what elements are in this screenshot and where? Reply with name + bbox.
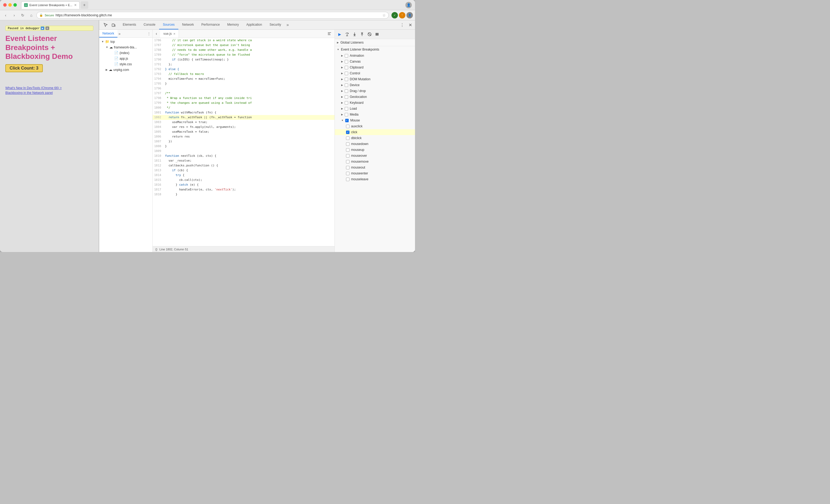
bp-category-drag-drop[interactable]: ▶ Drag / drop	[335, 88, 415, 94]
sidebar-tab-network[interactable]: Network	[99, 30, 117, 37]
refresh-button[interactable]: ↻	[19, 12, 26, 19]
profile-icon[interactable]: 👤	[407, 12, 413, 19]
bp-checkbox-load[interactable]	[345, 107, 348, 111]
inspect-element-icon[interactable]	[102, 21, 109, 29]
tab-security[interactable]: Security	[266, 20, 285, 29]
debugger-step-into-button[interactable]	[351, 31, 358, 37]
bp-item-mouseover[interactable]: mouseover	[335, 153, 415, 159]
bp-item-dblclick[interactable]: dblclick	[335, 135, 415, 141]
account-icon[interactable]: 👤	[405, 2, 412, 8]
bp-checkbox-mouseout[interactable]	[346, 166, 350, 169]
extension-icon-2[interactable]: !	[399, 12, 405, 19]
devtools-content: Network » ⋮ ▼ 📁	[99, 30, 415, 252]
tree-item-framework[interactable]: ▼ ☁ framework-bla...	[99, 44, 152, 50]
debugger-pause-async-button[interactable]	[374, 31, 380, 37]
event-breakpoints-header[interactable]: ▼ Event Listener Breakpoints	[335, 46, 415, 53]
new-tab-button[interactable]: +	[81, 1, 88, 9]
link-blackboxing[interactable]: Blackboxing in the Network panel	[5, 91, 93, 95]
sidebar-tab-more[interactable]: »	[119, 30, 121, 37]
minimize-button[interactable]	[8, 3, 12, 7]
tab-network[interactable]: Network	[178, 20, 198, 29]
tree-item-appjs[interactable]: 📄 app.js	[99, 56, 152, 61]
tree-item-top[interactable]: ▼ 📁 top	[99, 39, 152, 44]
bp-category-geolocation[interactable]: ▶ Geolocation	[335, 94, 415, 100]
bp-checkbox-mouseup[interactable]	[346, 148, 350, 152]
bp-category-device[interactable]: ▶ Device	[335, 82, 415, 88]
bp-checkbox-drag-drop[interactable]	[345, 89, 348, 93]
debugger-resume-button[interactable]: ▶	[337, 31, 343, 37]
bp-checkbox-dom-mutation[interactable]	[345, 77, 348, 81]
code-area[interactable]: 1786 // it can get stuck in a weird stat…	[153, 38, 334, 246]
bp-category-clipboard[interactable]: ▶ Clipboard	[335, 64, 415, 70]
debugger-deactivate-button[interactable]	[366, 31, 373, 37]
bp-category-canvas[interactable]: ▶ Canvas	[335, 59, 415, 64]
bp-checkbox-mousedown[interactable]	[346, 142, 350, 146]
bp-checkbox-geolocation[interactable]	[345, 95, 348, 99]
tab-application[interactable]: Application	[243, 20, 266, 29]
bp-category-dom-mutation[interactable]: ▶ DOM Mutation	[335, 76, 415, 82]
editor-tab-vuejs[interactable]: vue.js ✕	[160, 30, 179, 38]
bp-category-mouse[interactable]: ▼ ✓ Mouse	[335, 118, 415, 123]
bp-checkbox-keyboard[interactable]	[345, 101, 348, 104]
bp-category-animation[interactable]: ▶ Animation	[335, 53, 415, 59]
bp-checkbox-mouseover[interactable]	[346, 154, 350, 158]
home-button[interactable]: ⌂	[28, 12, 35, 19]
extension-icon-1[interactable]: ✓	[391, 12, 398, 19]
click-count-button[interactable]: Click Count: 3	[5, 64, 43, 72]
bp-item-mousemove[interactable]: mousemove	[335, 159, 415, 164]
tree-item-unpkg[interactable]: ▶ ☁ unpkg.com	[99, 67, 152, 72]
tab-sources[interactable]: Sources	[159, 20, 178, 29]
bp-item-mouseout[interactable]: mouseout	[335, 164, 415, 170]
bp-checkbox-auxclick[interactable]	[346, 125, 350, 128]
bp-category-keyboard[interactable]: ▶ Keyboard	[335, 100, 415, 106]
bp-category-media[interactable]: ▶ Media	[335, 112, 415, 118]
bp-checkbox-mouseenter[interactable]	[346, 172, 350, 175]
global-listeners-section[interactable]: ▶ Global Listeners	[335, 39, 415, 46]
bp-item-click[interactable]: ✓ click	[335, 129, 415, 135]
bp-item-mousedown[interactable]: mousedown	[335, 141, 415, 147]
devtools-settings-icon[interactable]: ⋮	[398, 21, 406, 29]
bp-checkbox-animation[interactable]	[345, 54, 348, 58]
tab-performance[interactable]: Performance	[198, 20, 224, 29]
bp-item-mouseup[interactable]: mouseup	[335, 147, 415, 153]
devtools-close-icon[interactable]: ✕	[407, 21, 414, 29]
url-bar[interactable]: 🔒 Secure https://framework-blackboxing.g…	[36, 12, 389, 19]
bp-item-auxclick[interactable]: auxclick	[335, 123, 415, 129]
editor-nav-back[interactable]: ‹	[153, 30, 160, 38]
bp-category-control[interactable]: ▶ Control	[335, 70, 415, 76]
back-button[interactable]: ‹	[2, 12, 9, 19]
bp-checkbox-mousemove[interactable]	[346, 160, 350, 163]
maximize-button[interactable]	[13, 3, 17, 7]
bp-item-mouseenter[interactable]: mouseenter	[335, 170, 415, 176]
debugger-step-out-button[interactable]	[359, 31, 365, 37]
breakpoints-panel[interactable]: ▶ Global Listeners ▼ Event Listener Brea…	[335, 39, 415, 252]
bookmark-icon[interactable]: ☆	[382, 13, 386, 18]
tree-item-index[interactable]: 📄 (index)	[99, 50, 152, 56]
bp-checkbox-media[interactable]	[345, 113, 348, 116]
bp-item-mouseleave[interactable]: mouseleave	[335, 176, 415, 182]
bp-checkbox-control[interactable]	[345, 72, 348, 75]
tab-elements[interactable]: Elements	[119, 20, 140, 29]
bp-checkbox-device[interactable]	[345, 84, 348, 87]
bp-checkbox-clipboard[interactable]	[345, 66, 348, 69]
tab-close-button[interactable]: ✕	[74, 3, 77, 7]
device-toolbar-icon[interactable]	[110, 21, 117, 29]
tab-console[interactable]: Console	[140, 20, 159, 29]
tab-memory[interactable]: Memory	[224, 20, 243, 29]
link-whats-new[interactable]: What's New In DevTools (Chrome 66) >	[5, 86, 93, 90]
close-button[interactable]	[3, 3, 7, 7]
bp-category-load[interactable]: ▶ Load	[335, 106, 415, 112]
debugger-step-over-button[interactable]	[344, 31, 350, 37]
bp-checkbox-mouse[interactable]: ✓	[345, 119, 349, 122]
editor-format-icon[interactable]	[326, 30, 333, 37]
bp-checkbox-canvas[interactable]	[345, 60, 348, 63]
editor-tab-close-icon[interactable]: ✕	[173, 32, 175, 35]
tree-item-stylecss[interactable]: 📄 style.css	[99, 61, 152, 67]
bp-checkbox-click[interactable]: ✓	[346, 130, 350, 134]
sidebar-kebab-icon[interactable]: ⋮	[147, 32, 151, 36]
more-tabs-button[interactable]: »	[285, 20, 290, 29]
browser-tab-active[interactable]: G Event Listener Breakpoints + E... ✕	[21, 1, 80, 9]
bp-checkbox-dblclick[interactable]	[346, 136, 350, 140]
bp-checkbox-mouseleave[interactable]	[346, 178, 350, 181]
forward-button[interactable]: ›	[11, 12, 18, 19]
